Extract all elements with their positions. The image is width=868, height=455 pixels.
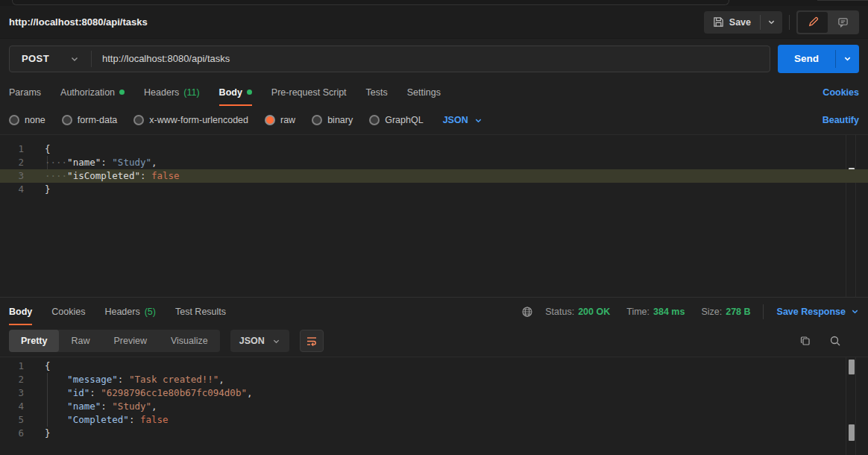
code-line[interactable]: 6} (0, 427, 868, 440)
line-number: 4 (0, 183, 36, 196)
tab-params[interactable]: Params (9, 78, 41, 106)
code-line[interactable]: 4 "name": "Study", (0, 400, 868, 413)
edit-mode-button[interactable] (798, 12, 828, 33)
segment-label: Pretty (21, 336, 47, 346)
chevron-down-icon (767, 18, 776, 26)
save-response-label: Save Response (777, 307, 846, 317)
tab-label: Cookies (51, 307, 85, 317)
status-indicator: Status: 200 OK (541, 307, 614, 317)
view-preview[interactable]: Preview (101, 330, 158, 352)
raw-format-selector[interactable]: JSON (443, 115, 482, 125)
line-number: 1 (0, 360, 36, 373)
code-content: { (36, 360, 51, 373)
tab-label: Body (9, 307, 32, 317)
status-label: Status: (545, 307, 574, 317)
radio-label: binary (327, 115, 353, 125)
body-type-none[interactable]: none (9, 115, 45, 125)
size-indicator: Size: 278 B (696, 307, 755, 317)
segment-label: Preview (113, 336, 146, 346)
wrap-text-icon (306, 336, 318, 347)
meta-divider (763, 304, 764, 319)
body-type-x-www-form-urlencoded[interactable]: x-www-form-urlencoded (133, 115, 248, 125)
comments-button[interactable] (828, 12, 858, 33)
globe-icon (521, 306, 533, 318)
search-button[interactable] (829, 335, 841, 347)
wrap-text-button[interactable] (300, 330, 324, 352)
request-body-editor[interactable]: 1{2····"name": "Study",3····"isCompleted… (0, 134, 868, 297)
save-button[interactable]: Save (704, 11, 760, 34)
radio-icon (133, 115, 144, 125)
save-options-button[interactable] (761, 11, 782, 34)
time-value: 384 ms (653, 307, 685, 317)
send-options-button[interactable] (836, 45, 859, 73)
radio-label: none (25, 115, 45, 125)
body-type-form-data[interactable]: form-data (62, 115, 118, 125)
body-type-binary[interactable]: binary (312, 115, 353, 125)
code-content: ····"isCompleted": false (36, 169, 180, 183)
format-label: JSON (443, 115, 468, 125)
edit-comment-group (796, 10, 859, 34)
code-line[interactable]: 3····"isCompleted": false (0, 169, 868, 183)
request-title: http://localhost:8080/api/tasks (9, 16, 148, 28)
save-button-label: Save (729, 17, 751, 28)
code-line[interactable]: 2····"name": "Study", (0, 156, 868, 169)
time-label: Time: (626, 307, 650, 317)
tab-count: (5) (145, 307, 156, 317)
tab-headers[interactable]: Headers (11) (144, 78, 200, 106)
chevron-down-icon (70, 54, 79, 63)
view-raw[interactable]: Raw (59, 330, 101, 352)
code-content: } (36, 427, 51, 440)
method-selector[interactable]: POST (10, 53, 91, 64)
code-line[interactable]: 1{ (0, 360, 868, 373)
green-dot-icon (247, 90, 252, 95)
code-line[interactable]: 4} (0, 183, 868, 196)
code-content: "name": "Study", (36, 400, 157, 413)
response-tab-body[interactable]: Body (9, 298, 32, 325)
response-tab-test-results[interactable]: Test Results (175, 298, 226, 325)
tab-count: (11) (183, 87, 199, 98)
view-visualize[interactable]: Visualize (159, 330, 220, 352)
response-view-switcher: Pretty Raw Preview Visualize (9, 330, 220, 352)
beautify-link[interactable]: Beautify (823, 115, 859, 125)
tab-strip-edge (0, 0, 868, 6)
line-number: 5 (0, 413, 36, 427)
tab-pre-request-script[interactable]: Pre-request Script (271, 78, 347, 106)
radio-icon (312, 115, 322, 125)
radio-icon (62, 115, 72, 125)
pencil-icon (808, 16, 819, 28)
status-value: 200 OK (578, 307, 610, 317)
body-type-graphql[interactable]: GraphQL (369, 115, 423, 125)
send-button[interactable]: Send (778, 45, 835, 73)
code-content: } (36, 183, 51, 196)
code-content: "Completed": false (36, 413, 169, 427)
code-line[interactable]: 2 "message": "Task created!!", (0, 373, 868, 386)
method-url-container: POST http://localhost:8080/api/tasks (9, 46, 770, 72)
tab-tests[interactable]: Tests (366, 78, 388, 106)
tab-label: Test Results (175, 307, 226, 317)
search-icon (829, 335, 841, 347)
response-body-editor[interactable]: 1{2 "message": "Task created!!",3 "id": … (0, 357, 868, 455)
tab-settings[interactable]: Settings (407, 78, 441, 106)
response-tab-headers[interactable]: Headers (5) (104, 298, 156, 325)
code-line[interactable]: 1{ (0, 142, 868, 156)
response-format-selector[interactable]: JSON (230, 330, 289, 352)
tab-label: Authorization (60, 87, 115, 98)
url-input[interactable]: http://localhost:8080/api/tasks (92, 53, 770, 64)
tab-authorization[interactable]: Authorization (60, 78, 125, 106)
tab-label: Settings (407, 87, 441, 98)
copy-button[interactable] (799, 335, 811, 347)
request-title-bar: http://localhost:8080/api/tasks Save (0, 6, 868, 39)
tab-body[interactable]: Body (219, 78, 252, 106)
tab-label: Body (219, 87, 242, 98)
response-tab-cookies[interactable]: Cookies (51, 298, 85, 325)
body-type-raw[interactable]: raw (265, 115, 295, 125)
save-response-button[interactable]: Save Response (771, 307, 859, 317)
radio-label: GraphQL (385, 115, 423, 125)
response-tabs-row: Body Cookies Headers (5) Test Results St… (0, 297, 868, 325)
tab-label: Pre-request Script (271, 87, 347, 98)
code-line[interactable]: 3 "id": "6298796cc1e80b67fc094d0b", (0, 386, 868, 400)
code-line[interactable]: 5 "Completed": false (0, 413, 868, 427)
view-pretty[interactable]: Pretty (9, 330, 59, 352)
cookies-link[interactable]: Cookies (823, 87, 859, 98)
send-button-label: Send (794, 53, 819, 64)
